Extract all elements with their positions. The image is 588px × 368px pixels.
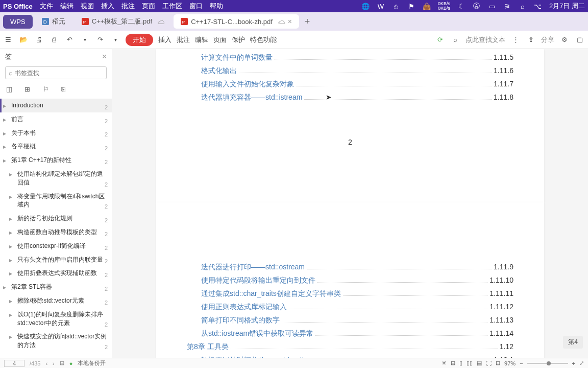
bookmark-item[interactable]: ▸前言2 [0,112,112,126]
panel-icon[interactable]: ▢ [575,35,585,45]
zoom-slider[interactable] [527,363,568,364]
next-page-icon[interactable]: › [53,360,55,366]
page-input[interactable]: 4 [4,360,24,367]
share-label[interactable]: 分享 [541,35,554,44]
toc-link[interactable]: 使用特定代码段将输出重定向到文件 [201,276,315,285]
page-jump-button[interactable]: 第4 [563,336,583,349]
bookmark-add-icon[interactable]: ⊞ [24,85,34,95]
local-backup-label[interactable]: 本地备份开 [78,359,106,367]
bag-icon[interactable]: 👜 [423,2,431,10]
folder-open-icon[interactable]: 📂 [18,35,29,45]
fullscreen-icon[interactable]: ⛶ [486,360,492,366]
toc-link[interactable]: 使用正则表达式库标记输入 [201,303,287,312]
gear-icon[interactable]: ⚙ [559,35,570,45]
search-icon[interactable]: ⌕ [450,35,460,45]
bookmark-item[interactable]: ▸第2章 STL容器2 [0,280,112,294]
globe-icon[interactable]: 🌐 [361,2,370,10]
bookmark-item[interactable]: ▸第1章 C++17的新特性2 [0,153,112,167]
chevron-down-icon[interactable]: ▾ [110,35,120,45]
menu-view[interactable]: 视图 [81,2,94,11]
bookmark-item[interactable]: ▸快速或安全的访问std::vector实例的方法2 [0,330,112,352]
new-tab-button[interactable]: + [301,15,313,28]
layout-icon[interactable]: ⊞ [60,360,64,366]
more-icon[interactable]: ⋮ [510,35,521,45]
view-single-icon[interactable]: ▯ [459,360,462,366]
tab-wps-home[interactable]: WPS [3,15,33,29]
search-text-hint[interactable]: 点此查找文本 [465,35,505,44]
tab-features[interactable]: 特色功能 [250,35,277,44]
bookmark-item[interactable]: ▸各章梗概2 [0,140,112,153]
brightness-icon[interactable]: ☀ [442,360,447,366]
toc-link[interactable]: 使用输入文件初始化复杂对象 [201,80,294,89]
zoom-out-icon[interactable]: − [520,360,523,366]
fit-icon[interactable]: ⊡ [496,360,500,366]
undo-icon[interactable]: ↶ [64,35,75,45]
bookmark-item[interactable]: ▸擦除/移除std::vector元素2 [0,294,112,308]
prev-page-icon[interactable]: ‹ [45,360,47,366]
bookmark-search[interactable]: ⌕ [5,66,107,79]
bookmark-item[interactable]: ▸新的括号初始化规则2 [0,212,112,225]
toc-link[interactable]: 转换不同的时间单位——std::ratio [201,356,307,358]
print-icon[interactable]: 🖨 [34,35,44,45]
tab-daoyuan[interactable]: D 稻元 [35,14,72,29]
menu-insert[interactable]: 插入 [101,2,114,11]
tab-start[interactable]: 开始 [126,34,153,46]
circle-icon[interactable]: ● [69,360,73,366]
bookmark-item[interactable]: ▸只有头文件的库中启用内联变量2 [0,253,112,267]
close-sidebar-icon[interactable]: × [102,52,107,61]
tab-protect[interactable]: 保护 [232,35,245,44]
menu-workspace[interactable]: 工作区 [162,2,182,11]
tab-edit[interactable]: 编辑 [195,35,208,44]
search-menubar-icon[interactable]: ⌕ [519,2,527,10]
w-icon[interactable]: W [377,2,385,10]
expand-icon[interactable]: ⤢ [579,360,584,366]
print-preview-icon[interactable]: ⎙ [49,35,59,45]
bookmark-outline-icon[interactable]: ◫ [6,85,15,95]
ruler-icon[interactable]: ⊟ [451,360,455,366]
wifi-icon[interactable]: ⚞ [503,2,511,10]
bookmark-item[interactable]: ▸使用结构化绑定来解包绑定的返回值2 [0,167,112,190]
flag-icon[interactable]: ⚑ [407,2,415,10]
bookmark-flag-icon[interactable]: ⚐ [43,85,52,95]
menu-edit[interactable]: 编辑 [60,2,74,11]
bookmark-save-icon[interactable]: ⎘ [61,85,70,95]
toc-link[interactable]: 迭代器填充容器——std::istream [201,93,302,102]
menu-icon[interactable]: ☰ [3,35,13,45]
toc-link[interactable]: 从std::iostream错误中获取可读异常 [201,329,313,338]
input-method-icon[interactable]: Ⓐ [473,2,481,10]
bookmark-search-input[interactable] [15,70,103,77]
datetime[interactable]: 2月7日 周二 [549,2,585,11]
menu-help[interactable]: 帮助 [210,2,223,11]
menu-file[interactable]: 文件 [40,2,53,11]
menu-page[interactable]: 页面 [142,2,155,11]
battery-icon[interactable]: ▭ [488,2,496,10]
toc-link[interactable]: 简单打印不同格式的数字 [201,316,280,325]
document-viewport[interactable]: ➤ 计算文件中的单词数量1.11.5格式化输出1.11.6使用输入文件初始化复杂… [112,49,588,358]
chevron-down-icon[interactable]: ▾ [80,35,90,45]
toc-link[interactable]: 格式化输出 [201,66,237,76]
zoom-value[interactable]: 97% [504,360,516,366]
tab-insert[interactable]: 插入 [158,35,172,44]
toc-link[interactable]: 迭代器进行打印——std::ostream [201,263,305,272]
tab-annotate[interactable]: 批注 [177,35,190,44]
menu-window[interactable]: 窗口 [189,2,203,11]
tab-cpp17-stl[interactable]: P C++17-STL-C...book-zh.pdf × [174,14,299,29]
menu-annotate[interactable]: 批注 [121,2,135,11]
bookmark-item[interactable]: ▸使用折叠表达式实现辅助函数2 [0,266,112,280]
moon-icon[interactable]: ☾ [457,2,465,10]
cloud-sync-icon[interactable]: ⟳ [435,35,445,45]
bookmark-item[interactable]: ▸构造函数自动推导模板的类型2 [0,225,112,239]
tab-page[interactable]: 页面 [213,35,227,44]
toc-link[interactable]: 第8章 工具类 [187,342,229,352]
control-center-icon[interactable]: ⌥ [534,2,542,10]
bookmark-item[interactable]: ▸以O(1)的时间复杂度删除未排序std::vector中的元素2 [0,308,112,330]
view-double-icon[interactable]: ▯▯ [467,360,473,366]
close-tab-icon[interactable]: × [288,17,292,26]
zoom-in-icon[interactable]: + [572,360,575,366]
share-icon[interactable]: ⇪ [526,35,536,45]
toc-link[interactable]: 计算文件中的单词数量 [201,53,273,62]
view-continuous-icon[interactable]: ▤ [477,360,482,366]
bookmark-item[interactable]: ▸使用constexpr-if简化编译2 [0,239,112,253]
redo-icon[interactable]: ↷ [95,35,105,45]
toc-link[interactable]: 通过集成std::char_traits创建自定义字符串类 [201,289,341,298]
